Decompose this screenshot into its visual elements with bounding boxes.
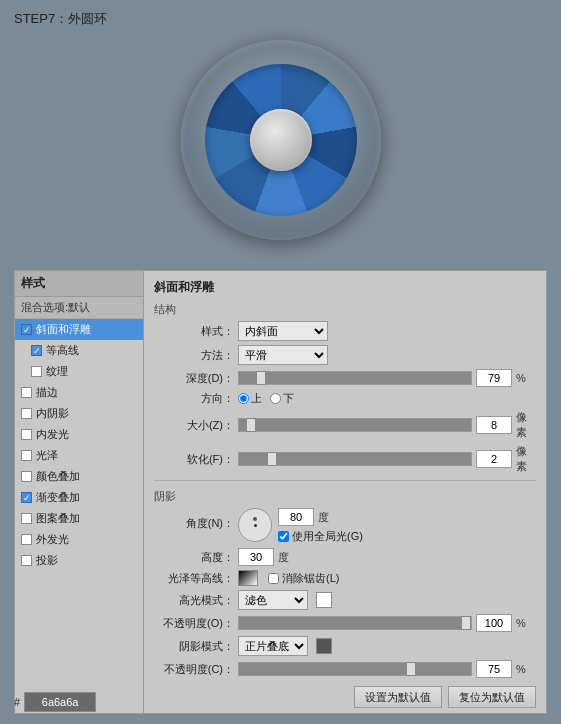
style-item-outer-glow[interactable]: 外发光 [15, 529, 143, 550]
shadow-mode-select[interactable]: 正片叠底 正常 溶解 变暗 [238, 636, 308, 656]
depth-value[interactable] [476, 369, 512, 387]
anti-alias-checkbox[interactable] [268, 573, 279, 584]
style-select[interactable]: 内斜面 外斜面 浮雕效果 枕状浮雕 描边浮雕 [238, 321, 328, 341]
highlight-opacity-label: 不透明度(O)： [154, 616, 234, 631]
inner-blue-circle [205, 64, 357, 216]
style-label-pattern-overlay: 图案叠加 [36, 511, 80, 526]
styles-subheader[interactable]: 混合选项:默认 [15, 297, 143, 319]
direction-down-radio[interactable] [270, 393, 281, 404]
altitude-value[interactable] [238, 548, 274, 566]
panel-buttons: 设置为默认值 复位为默认值 [154, 686, 536, 708]
style-item-color-overlay[interactable]: 颜色叠加 [15, 466, 143, 487]
direction-radio-group: 上 下 [238, 391, 294, 406]
direction-row: 方向： 上 下 [154, 391, 536, 406]
checkbox-texture[interactable] [31, 366, 42, 377]
outer-ring [181, 40, 381, 240]
soften-value[interactable] [476, 450, 512, 468]
global-light-label[interactable]: 使用全局光(G) [278, 529, 363, 544]
style-item-bevel[interactable]: ✓ 斜面和浮雕 [15, 319, 143, 340]
altitude-unit: 度 [278, 550, 298, 565]
style-item-texture[interactable]: 纹理 [15, 361, 143, 382]
soften-slider[interactable] [238, 452, 472, 466]
color-input[interactable] [24, 692, 96, 712]
shadow-color[interactable] [316, 638, 332, 654]
shadow-opacity-slider[interactable] [238, 662, 472, 676]
direction-up-radio[interactable] [238, 393, 249, 404]
direction-down-item[interactable]: 下 [270, 391, 294, 406]
angle-container: 度 使用全局光(G) [238, 508, 363, 544]
checkbox-color-overlay[interactable] [21, 471, 32, 482]
size-slider[interactable] [238, 418, 472, 432]
size-unit: 像素 [516, 410, 536, 440]
gloss-swatch[interactable] [238, 570, 258, 586]
checkbox-pattern-overlay[interactable] [21, 513, 32, 524]
method-select[interactable]: 平滑 雕刻清晰 雕刻柔和 [238, 345, 328, 365]
color-picker-area: # [14, 692, 96, 712]
highlight-color[interactable] [316, 592, 332, 608]
checkbox-drop-shadow[interactable] [21, 555, 32, 566]
style-item-gradient-overlay[interactable]: ✓ 渐变叠加 [15, 487, 143, 508]
style-item-inner-shadow[interactable]: 内阴影 [15, 403, 143, 424]
set-default-button[interactable]: 设置为默认值 [354, 686, 442, 708]
checkbox-inner-glow[interactable] [21, 429, 32, 440]
dialog-area: 样式 混合选项:默认 ✓ 斜面和浮雕 ✓ 等高线 纹理 描边 内阴影 内发光 光… [14, 270, 547, 714]
highlight-label: 高光模式： [154, 593, 234, 608]
styles-panel: 样式 混合选项:默认 ✓ 斜面和浮雕 ✓ 等高线 纹理 描边 内阴影 内发光 光… [14, 270, 144, 714]
depth-label: 深度(D)： [154, 371, 234, 386]
angle-value[interactable] [278, 508, 314, 526]
global-light-checkbox[interactable] [278, 531, 289, 542]
highlight-opacity-value[interactable] [476, 614, 512, 632]
global-light-row: 使用全局光(G) [278, 529, 363, 544]
style-label-bevel: 斜面和浮雕 [36, 322, 91, 337]
checkbox-gradient-overlay[interactable]: ✓ [21, 492, 32, 503]
shadow-opacity-row: 不透明度(C)： % [154, 660, 536, 678]
style-label-stroke: 描边 [36, 385, 58, 400]
angle-label: 角度(N)： [154, 516, 234, 531]
gloss-row: 光泽等高线： 消除锯齿(L) [154, 570, 536, 586]
direction-up-item[interactable]: 上 [238, 391, 262, 406]
styles-header: 样式 [15, 271, 143, 297]
settings-panel: 斜面和浮雕 结构 样式： 内斜面 外斜面 浮雕效果 枕状浮雕 描边浮雕 方法： … [144, 270, 547, 714]
angle-value-row: 度 [278, 508, 363, 526]
checkbox-contour[interactable]: ✓ [31, 345, 42, 356]
step-title: STEP7：外圆环 [14, 10, 107, 28]
anti-alias-label[interactable]: 消除锯齿(L) [268, 571, 339, 586]
soften-label: 软化(F)： [154, 452, 234, 467]
shadow-mode-label: 阴影模式： [154, 639, 234, 654]
direction-down-label: 下 [283, 391, 294, 406]
size-value[interactable] [476, 416, 512, 434]
style-item-satin[interactable]: 光泽 [15, 445, 143, 466]
shadow-section-title: 阴影 [154, 489, 536, 504]
size-slider-container: 像素 [238, 410, 536, 440]
checkbox-outer-glow[interactable] [21, 534, 32, 545]
style-item-pattern-overlay[interactable]: 图案叠加 [15, 508, 143, 529]
center-button [250, 109, 312, 171]
style-item-contour[interactable]: ✓ 等高线 [15, 340, 143, 361]
highlight-opacity-row: 不透明度(O)： % [154, 614, 536, 632]
style-item-inner-glow[interactable]: 内发光 [15, 424, 143, 445]
checkbox-bevel[interactable]: ✓ [21, 324, 32, 335]
checkbox-stroke[interactable] [21, 387, 32, 398]
checkbox-inner-shadow[interactable] [21, 408, 32, 419]
highlight-select[interactable]: 滤色 正常 溶解 [238, 590, 308, 610]
depth-slider[interactable] [238, 371, 472, 385]
highlight-opacity-slider[interactable] [238, 616, 472, 630]
shadow-opacity-slider-container: % [238, 660, 536, 678]
altitude-row: 高度： 度 [154, 548, 536, 566]
size-row: 大小(Z)： 像素 [154, 410, 536, 440]
angle-dial[interactable] [238, 508, 272, 542]
direction-label: 方向： [154, 391, 234, 406]
style-label-inner-shadow: 内阴影 [36, 406, 69, 421]
icon-preview [171, 30, 391, 250]
soften-slider-container: 像素 [238, 444, 536, 474]
style-item-drop-shadow[interactable]: 投影 [15, 550, 143, 571]
angle-unit: 度 [318, 510, 338, 525]
style-label-satin: 光泽 [36, 448, 58, 463]
reset-default-button[interactable]: 复位为默认值 [448, 686, 536, 708]
style-item-stroke[interactable]: 描边 [15, 382, 143, 403]
style-label-outer-glow: 外发光 [36, 532, 69, 547]
shadow-opacity-value[interactable] [476, 660, 512, 678]
highlight-opacity-slider-container: % [238, 614, 536, 632]
checkbox-satin[interactable] [21, 450, 32, 461]
style-label-inner-glow: 内发光 [36, 427, 69, 442]
